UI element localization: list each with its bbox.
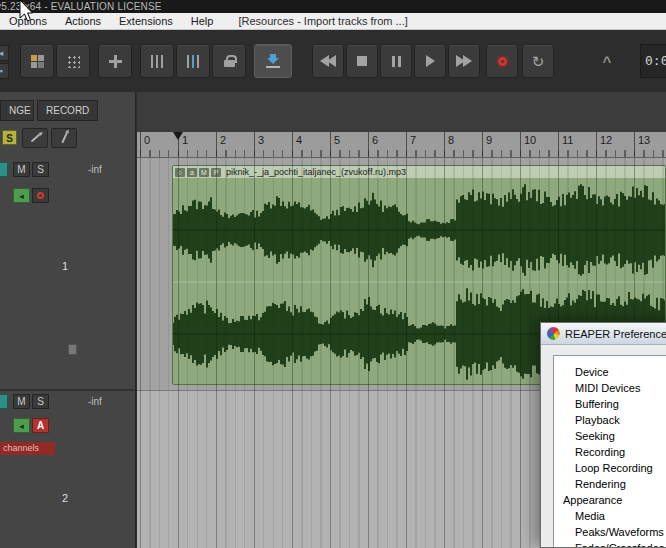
track2-record-input-badge[interactable]: channels	[0, 442, 55, 455]
media-item-header[interactable]: ○ a M P piknik_-_ja_pochti_italjanec_(zv…	[173, 166, 665, 178]
ruler-minor-ticks	[137, 150, 666, 157]
item-mute-icon[interactable]: M	[199, 168, 209, 177]
pref-item-midi-devices[interactable]: MIDI Devices	[554, 380, 666, 396]
forward-icon	[456, 55, 472, 67]
track1-record-arm-button[interactable]	[32, 188, 49, 203]
pref-item-peaks-waveforms[interactable]: Peaks/Waveforms	[554, 524, 666, 540]
timeline-ruler[interactable]: 0 1 2 3 4 5 6 7 8 9 10 11 12 13	[137, 132, 666, 158]
lock-icon	[224, 55, 235, 67]
preferences-category-list: Device MIDI Devices Buffering Playback S…	[553, 355, 666, 548]
track1-fx-button[interactable]	[0, 162, 8, 177]
preferences-title: REAPER Preferences	[565, 328, 666, 340]
docker-caption: [Resources - Import tracks from ...]	[238, 15, 407, 27]
draw-tool-button[interactable]	[51, 128, 77, 148]
vertical-lines-icon	[151, 55, 164, 68]
import-down-arrow-icon	[266, 54, 280, 68]
pref-item-seeking[interactable]: Seeking	[554, 428, 666, 444]
menu-help[interactable]: Help	[182, 13, 223, 29]
pause-icon	[392, 56, 401, 67]
track1-mute-button[interactable]: M	[13, 162, 30, 177]
media-item-title: piknik_-_ja_pochti_italjanec_(zvukoff.ru…	[226, 167, 406, 177]
import-media-button[interactable]	[254, 44, 292, 78]
squares-grid-icon	[31, 55, 44, 68]
docker-tab-record[interactable]: RECORD	[37, 100, 98, 121]
track2-solo-button[interactable]: S	[32, 394, 49, 409]
track1-number: 1	[62, 260, 68, 272]
transport-time-display: 0:00.000	[640, 44, 666, 78]
pencil-icon	[30, 134, 40, 143]
pref-item-buffering[interactable]: Buffering	[554, 396, 666, 412]
item-props-icon[interactable]: a	[187, 168, 197, 177]
track2-mute-button[interactable]: M	[13, 394, 30, 409]
rewind-icon	[320, 55, 336, 67]
track2-fx-button[interactable]	[0, 394, 8, 409]
play-icon	[426, 55, 435, 67]
transport-pause-button[interactable]	[380, 44, 412, 78]
clipped-toolbar-button-1[interactable]: ◂	[0, 45, 9, 61]
record-icon	[498, 57, 507, 66]
record-arm-icon	[37, 192, 44, 199]
transport-stop-button[interactable]	[346, 44, 378, 78]
pref-item-playback[interactable]: Playback	[554, 412, 666, 428]
clipped-toolbar-button-2[interactable]: ▪	[0, 63, 9, 79]
preferences-dialog: REAPER Preferences Device MIDI Devices B…	[540, 322, 666, 548]
menu-options[interactable]: Options	[0, 13, 56, 29]
dot-grid-icon	[66, 54, 80, 68]
main-toolbar: ◂ ▪	[0, 30, 666, 92]
stop-icon	[357, 56, 367, 66]
transport-record-button[interactable]	[486, 44, 518, 78]
move-cross-icon	[109, 55, 122, 68]
pref-item-media[interactable]: Media	[554, 508, 666, 524]
pref-item-fades-crossfades[interactable]: Fades/Crossfades	[554, 540, 666, 548]
pref-item-loop-recording[interactable]: Loop Recording	[554, 460, 666, 476]
track1-fader-handle[interactable]	[68, 344, 77, 355]
transport-rewind-button[interactable]	[312, 44, 344, 78]
pref-item-device[interactable]: Device	[554, 364, 666, 380]
reaper-window: v5.23/x64 - EVALUATION LICENSE Options A…	[0, 0, 666, 548]
pref-item-rendering[interactable]: Rendering	[554, 476, 666, 492]
track2-record-arm-button[interactable]: A	[32, 418, 49, 433]
track-control-panel: NGE RECORD S M S -inf ◂ 1 M S -inf ◂ A c…	[0, 92, 136, 548]
reaper-logo-icon	[547, 327, 560, 340]
pen-icon	[61, 133, 67, 144]
menu-bar: Options Actions Extensions Help [Resourc…	[0, 13, 666, 30]
menu-extensions[interactable]: Extensions	[110, 13, 182, 29]
docker-empty-strip	[137, 92, 666, 132]
transport-play-button[interactable]	[414, 44, 446, 78]
move-tool-button[interactable]	[98, 44, 132, 78]
window-titlebar: v5.23/x64 - EVALUATION LICENSE	[0, 0, 666, 13]
split-item-button[interactable]	[176, 44, 210, 78]
pref-item-appearance[interactable]: Appearance	[554, 492, 666, 508]
lock-button[interactable]	[212, 44, 246, 78]
envelope-pencil-button[interactable]	[22, 128, 48, 148]
transport-forward-button[interactable]	[448, 44, 480, 78]
track-divider	[0, 389, 135, 391]
caret-icon: ^	[603, 53, 612, 70]
item-pitch-icon[interactable]: P	[211, 168, 221, 177]
grid-lines-button[interactable]	[140, 44, 174, 78]
track1-volume-readout: -inf	[88, 164, 102, 175]
track1-solo-button[interactable]: S	[32, 162, 49, 177]
loop-icon: ↻	[532, 54, 545, 69]
edit-cursor-marker[interactable]	[173, 132, 183, 140]
track1-monitor-button[interactable]: ◂	[13, 188, 30, 203]
preferences-titlebar[interactable]: REAPER Preferences	[541, 323, 666, 345]
track2-monitor-button[interactable]: ◂	[13, 418, 30, 433]
menu-actions[interactable]: Actions	[56, 13, 110, 29]
item-loop-icon[interactable]: ○	[175, 168, 185, 177]
track2-volume-readout: -inf	[88, 396, 102, 407]
split-icon	[187, 55, 199, 68]
toolbar-overflow-button[interactable]: ^	[592, 44, 622, 78]
grid-settings-button[interactable]	[20, 44, 54, 78]
transport-repeat-button[interactable]: ↻	[522, 44, 554, 78]
docker-tab-range[interactable]: NGE	[0, 100, 34, 121]
snap-grid-button[interactable]	[56, 44, 90, 78]
solo-tool-button[interactable]: S	[2, 130, 17, 145]
pref-item-recording[interactable]: Recording	[554, 444, 666, 460]
window-title: v5.23/x64 - EVALUATION LICENSE	[0, 1, 162, 12]
track2-number: 2	[62, 492, 68, 504]
